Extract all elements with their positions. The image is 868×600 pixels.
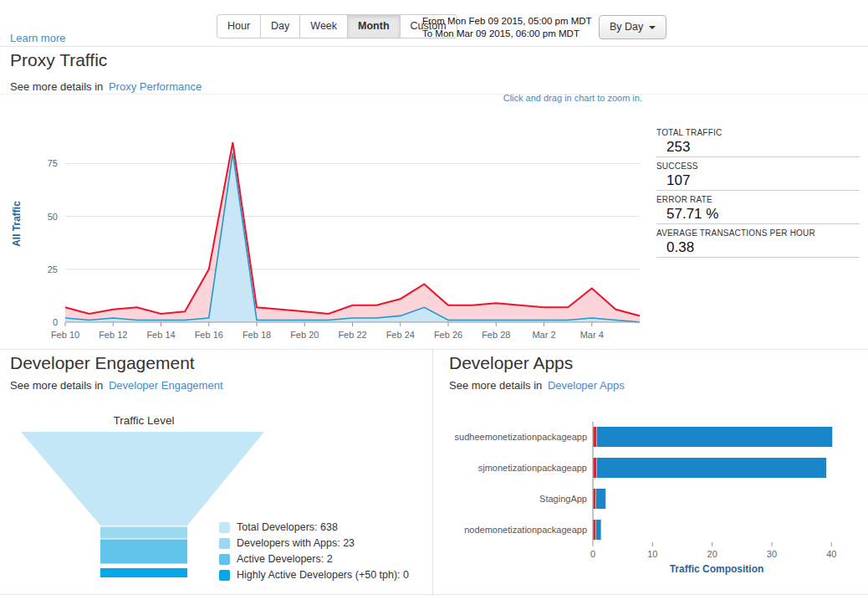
range-button-month[interactable]: Month: [347, 14, 400, 38]
x-tick-label: Feb 16: [195, 330, 223, 340]
legend-swatch: [219, 522, 230, 533]
y-tick-label: 0: [53, 317, 58, 327]
legend-label: Total Developers: 638: [237, 521, 338, 533]
x-tick-label: 10: [647, 549, 657, 559]
traffic-area: [65, 142, 640, 322]
error-bar: [594, 489, 596, 509]
bar-label: sjmonetizationpackageapp: [478, 463, 587, 473]
y-tick-label: 75: [48, 158, 58, 168]
proxy-traffic-chart[interactable]: 0255075Feb 10Feb 12Feb 14Feb 16Feb 18Feb…: [8, 109, 652, 347]
stat-success: SUCCESS 107: [656, 157, 860, 191]
funnel-segment-highly-active: [100, 568, 187, 577]
funnel-segment-active: [100, 540, 187, 564]
range-button-hour[interactable]: Hour: [217, 14, 261, 38]
date-to-text: To Mon Mar 09 2015, 06:00 pm MDT: [422, 28, 592, 40]
legend-item-developers-with-apps: Developers with Apps: 23: [219, 537, 409, 549]
x-tick-label: Feb 28: [482, 330, 510, 340]
stat-avg-tph: AVERAGE TRANSACTIONS PER HOUR 0.38: [656, 224, 860, 258]
stat-value: 0.38: [666, 239, 860, 256]
date-range: From Mon Feb 09 2015, 05:00 pm MDT To Mo…: [422, 15, 592, 40]
x-tick-label: Feb 20: [290, 330, 319, 340]
x-tick-label: Mar 2: [532, 330, 555, 340]
analytics-dashboard: Learn more Hour Day Week Month Custom Fr…: [0, 0, 868, 600]
error-bar: [594, 427, 597, 447]
error-bar: [594, 458, 597, 478]
x-tick-label: 30: [767, 549, 777, 559]
proxy-stats-panel: TOTAL TRAFFIC 253 SUCCESS 107 ERROR RATE…: [656, 124, 860, 258]
legend-label: Developers with Apps: 23: [237, 537, 355, 549]
y-tick-label: 25: [48, 264, 58, 274]
developer-engagement-subtitle: See more details in Developer Engagement: [10, 379, 223, 392]
proxy-section-divider: [0, 94, 868, 95]
granularity-label: By Day: [610, 21, 643, 33]
funnel-segment-with-apps: [100, 527, 187, 539]
learn-more-link[interactable]: Learn more: [10, 32, 65, 44]
stat-label: SUCCESS: [656, 162, 860, 171]
date-from-text: From Mon Feb 09 2015, 05:00 pm MDT: [422, 15, 592, 28]
range-button-day[interactable]: Day: [260, 14, 300, 38]
developer-apps-title: Developer Apps: [449, 353, 573, 373]
stat-value: 57.71 %: [666, 206, 860, 223]
funnel-legend: Total Developers: 638 Developers with Ap…: [219, 521, 409, 585]
traffic-bar: [597, 427, 833, 447]
proxy-traffic-title: Proxy Traffic: [10, 50, 107, 70]
x-tick-label: Feb 12: [99, 330, 127, 340]
y-tick-label: 50: [48, 212, 58, 222]
legend-swatch: [219, 538, 230, 549]
mid-section-divider: [0, 349, 868, 350]
funnel-segment-total: [21, 432, 264, 526]
legend-label: Highly Active Developers (+50 tph): 0: [237, 569, 409, 581]
bar-label: sudheemonetizationpackageapp: [455, 432, 587, 442]
error-bar: [594, 520, 596, 540]
legend-item-active-developers: Active Developers: 2: [219, 553, 409, 565]
legend-label: Active Developers: 2: [237, 553, 333, 565]
toolbar-divider: [0, 46, 868, 47]
developer-engagement-link[interactable]: Developer Engagement: [109, 379, 223, 392]
proxy-performance-link[interactable]: Proxy Performance: [109, 80, 202, 93]
x-axis-label: Traffic Composition: [670, 563, 764, 575]
x-tick-label: Feb 18: [243, 330, 271, 340]
x-tick-label: 40: [826, 549, 836, 559]
legend-item-total-developers: Total Developers: 638: [219, 521, 409, 533]
success-area: [65, 153, 640, 322]
legend-item-highly-active-developers: Highly Active Developers (+50 tph): 0: [219, 569, 409, 581]
bar-label: nodemonetizationpackageapp: [464, 525, 587, 535]
y-axis-label: All Traffic: [11, 201, 23, 247]
x-tick-label: Feb 26: [434, 330, 462, 340]
developer-engagement-title: Developer Engagement: [10, 353, 195, 373]
developer-apps-chart: sudheemonetizationpackageappsjmonetizati…: [447, 412, 857, 579]
x-tick-label: Feb 10: [51, 330, 79, 340]
zoom-hint-text: Click and drag in chart to zoom in.: [503, 93, 642, 103]
stat-error-rate: ERROR RATE 57.71 %: [656, 191, 860, 224]
apps-subtitle-prefix: See more details in: [449, 379, 542, 392]
traffic-bar: [597, 458, 827, 478]
x-tick-label: 0: [590, 549, 595, 559]
x-tick-label: Feb 22: [338, 330, 366, 340]
range-button-week[interactable]: Week: [299, 14, 348, 38]
funnel-title: Traffic Level: [10, 414, 278, 427]
stat-total-traffic: TOTAL TRAFFIC 253: [656, 124, 860, 157]
developer-apps-link[interactable]: Developer Apps: [548, 379, 625, 392]
traffic-bar: [596, 520, 601, 540]
stat-label: AVERAGE TRANSACTIONS PER HOUR: [656, 228, 860, 238]
stat-value: 107: [666, 172, 860, 189]
x-tick-label: Feb 14: [146, 330, 175, 340]
x-tick-label: Mar 4: [580, 330, 604, 340]
x-tick-label: 20: [707, 549, 717, 559]
bottom-panel-divider: [432, 349, 433, 594]
proxy-subtitle-prefix: See more details in: [10, 80, 103, 93]
bar-label: StagingApp: [539, 494, 587, 504]
traffic-line: [65, 142, 640, 315]
bottom-divider: [0, 594, 868, 595]
stat-value: 253: [666, 139, 860, 156]
caret-down-icon: [649, 26, 656, 29]
granularity-dropdown[interactable]: By Day: [599, 15, 666, 39]
time-range-button-group: Hour Day Week Month Custom: [217, 14, 457, 38]
x-tick-label: Feb 24: [386, 330, 415, 340]
traffic-bar: [596, 489, 605, 509]
legend-swatch: [219, 554, 230, 565]
legend-swatch: [219, 570, 230, 581]
proxy-traffic-subtitle: See more details in Proxy Performance: [10, 80, 202, 93]
success-line: [65, 153, 640, 322]
stat-label: TOTAL TRAFFIC: [656, 128, 860, 137]
